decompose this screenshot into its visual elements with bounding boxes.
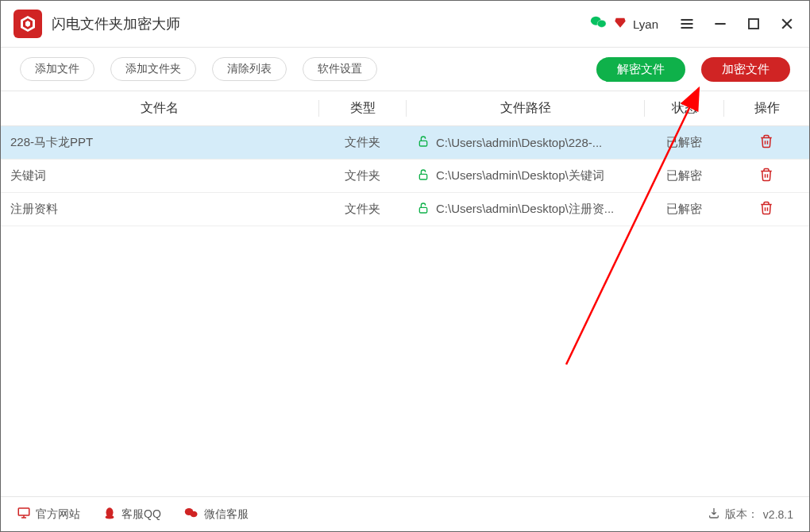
official-website-link[interactable]: 官方网站 [17, 506, 80, 522]
version-label: 版本： [725, 507, 758, 522]
maximize-icon[interactable] [744, 14, 763, 33]
cell-action [723, 168, 809, 184]
version-info: 版本：v2.8.1 [708, 507, 793, 522]
table-row[interactable]: 注册资料文件夹C:\Users\admin\Desktop\注册资...已解密 [1, 193, 809, 226]
footer-website-label: 官方网站 [36, 507, 80, 522]
svg-rect-16 [419, 174, 426, 179]
delete-icon[interactable] [759, 137, 773, 151]
unlock-icon [417, 135, 430, 150]
delete-icon[interactable] [759, 204, 773, 218]
encrypt-button[interactable]: 加密文件 [701, 57, 790, 82]
gem-icon [614, 16, 627, 32]
cell-type: 文件夹 [318, 135, 406, 150]
cell-status: 已解密 [644, 135, 723, 150]
cell-name: 注册资料 [1, 202, 318, 217]
download-icon [708, 507, 720, 522]
cell-name: 关键词 [1, 168, 318, 183]
svg-rect-19 [419, 207, 426, 213]
qq-support-link[interactable]: 客服QQ [102, 506, 161, 522]
header-name: 文件名 [1, 100, 318, 117]
table-header: 文件名 类型 文件路径 状态 操作 [1, 91, 809, 126]
cell-path: C:\Users\admin\Desktop\228-... [406, 135, 644, 150]
svg-rect-13 [419, 141, 426, 146]
cell-action [723, 201, 809, 218]
cell-type: 文件夹 [318, 202, 406, 217]
version-number: v2.8.1 [763, 508, 793, 521]
header-path: 文件路径 [406, 100, 644, 117]
table-row[interactable]: 关键词文件夹C:\Users\admin\Desktop\关键词已解密 [1, 160, 809, 193]
cell-action [723, 134, 809, 151]
svg-rect-10 [749, 19, 758, 29]
app-logo [14, 10, 42, 38]
unlock-icon [417, 202, 430, 217]
header-status: 状态 [644, 100, 723, 117]
wechat-support-link[interactable]: 微信客服 [183, 506, 249, 522]
settings-button[interactable]: 软件设置 [303, 57, 377, 81]
footer-wechat-label: 微信客服 [204, 507, 249, 522]
wechat-support-icon [183, 506, 199, 522]
qq-icon [102, 506, 117, 522]
header-type: 类型 [318, 100, 406, 117]
svg-point-28 [190, 511, 197, 518]
svg-point-4 [597, 20, 606, 27]
menu-icon[interactable] [677, 14, 696, 33]
cell-name: 228-马卡龙PPT [1, 135, 318, 150]
cell-path: C:\Users\admin\Desktop\注册资... [406, 202, 644, 217]
header-action: 操作 [723, 100, 809, 117]
add-folder-button[interactable]: 添加文件夹 [110, 57, 196, 81]
svg-point-26 [106, 515, 114, 519]
cell-status: 已解密 [644, 168, 723, 183]
clear-list-button[interactable]: 清除列表 [212, 57, 287, 81]
monitor-icon [17, 506, 31, 522]
close-icon[interactable] [777, 14, 796, 33]
user-name: Lyan [633, 17, 658, 31]
table-row[interactable]: 228-马卡龙PPT文件夹C:\Users\admin\Desktop\228-… [1, 126, 809, 160]
minimize-icon[interactable] [711, 14, 730, 33]
add-file-button[interactable]: 添加文件 [20, 57, 94, 81]
app-title: 闪电文件夹加密大师 [52, 14, 590, 33]
cell-path: C:\Users\admin\Desktop\关键词 [406, 168, 644, 183]
svg-rect-22 [18, 508, 29, 515]
unlock-icon [417, 168, 430, 183]
delete-icon[interactable] [759, 171, 773, 184]
wechat-icon [590, 13, 608, 35]
svg-marker-5 [615, 18, 625, 28]
cell-status: 已解密 [644, 202, 723, 217]
cell-type: 文件夹 [318, 168, 406, 183]
decrypt-button[interactable]: 解密文件 [596, 57, 685, 82]
footer-qq-label: 客服QQ [122, 507, 161, 522]
